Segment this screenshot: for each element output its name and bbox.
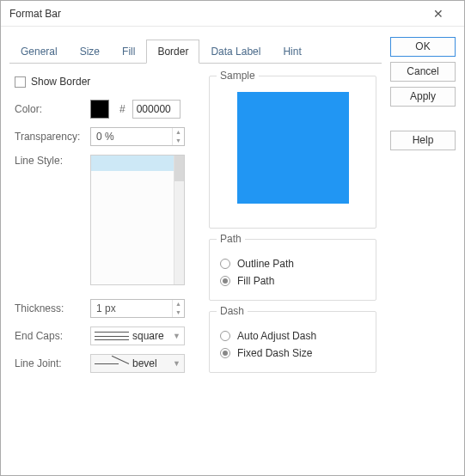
dash-fixed-label: Fixed Dash Size: [237, 347, 312, 359]
line-joint-label: Line Joint:: [15, 357, 85, 369]
radio-icon: [220, 331, 230, 341]
path-group: Path Outline Path Fill Path: [209, 239, 376, 301]
thickness-up-icon[interactable]: ▲: [173, 300, 184, 308]
sample-group: Sample: [209, 76, 376, 229]
end-caps-label: End Caps:: [15, 330, 85, 342]
color-swatch[interactable]: [90, 100, 109, 119]
apply-button[interactable]: Apply: [390, 87, 456, 107]
show-border-checkbox[interactable]: [15, 76, 26, 88]
end-caps-glyph-icon: [95, 332, 129, 340]
dash-legend: Dash: [217, 305, 248, 317]
line-joint-combo[interactable]: bevel ▼: [90, 354, 185, 373]
thickness-stepper[interactable]: ▲ ▼: [90, 299, 185, 318]
end-caps-combo[interactable]: square ▼: [90, 326, 185, 345]
hash-symbol: #: [119, 103, 125, 115]
line-joint-value: bevel: [132, 357, 157, 369]
line-style-item-selected[interactable]: [91, 156, 174, 171]
path-fill-option[interactable]: Fill Path: [218, 272, 367, 290]
show-border-label: Show Border: [31, 76, 90, 88]
chevron-down-icon: ▼: [173, 332, 180, 340]
tab-strip: General Size Fill Border Data Label Hint: [9, 39, 382, 64]
tab-size[interactable]: Size: [69, 40, 111, 64]
tab-border[interactable]: Border: [146, 40, 199, 64]
thickness-down-icon[interactable]: ▼: [173, 308, 184, 317]
window-title: Format Bar: [9, 8, 421, 20]
path-fill-label: Fill Path: [237, 275, 274, 287]
end-caps-value: square: [132, 330, 164, 342]
cancel-button[interactable]: Cancel: [390, 62, 456, 82]
transparency-label: Transparency:: [15, 131, 85, 143]
dash-group: Dash Auto Adjust Dash Fixed Dash Size: [209, 311, 376, 373]
line-style-list[interactable]: [90, 155, 185, 285]
color-label: Color:: [15, 103, 85, 115]
sample-legend: Sample: [217, 70, 259, 82]
line-joint-glyph-icon: [95, 358, 129, 369]
transparency-stepper[interactable]: ▲ ▼: [90, 127, 185, 146]
transparency-up-icon[interactable]: ▲: [173, 128, 184, 137]
path-outline-label: Outline Path: [237, 258, 294, 270]
sample-preview: [237, 92, 349, 204]
dash-fixed-option[interactable]: Fixed Dash Size: [218, 345, 367, 362]
tab-data-label[interactable]: Data Label: [199, 40, 272, 64]
close-icon[interactable]: ✕: [421, 7, 456, 21]
dash-auto-label: Auto Adjust Dash: [237, 330, 316, 342]
tab-hint[interactable]: Hint: [272, 40, 312, 64]
tab-fill[interactable]: Fill: [111, 40, 146, 64]
radio-icon: [220, 259, 230, 269]
path-legend: Path: [217, 233, 245, 245]
thickness-input[interactable]: [91, 300, 172, 317]
color-hex-input[interactable]: [132, 100, 180, 119]
line-style-scrollbar[interactable]: [174, 156, 184, 284]
dash-auto-option[interactable]: Auto Adjust Dash: [218, 327, 367, 345]
transparency-down-icon[interactable]: ▼: [173, 137, 184, 145]
radio-icon: [220, 348, 230, 358]
radio-icon: [220, 276, 230, 286]
ok-button[interactable]: OK: [390, 37, 456, 57]
tab-general[interactable]: General: [9, 40, 69, 64]
line-style-label: Line Style:: [15, 155, 85, 167]
scrollbar-thumb[interactable]: [174, 156, 184, 181]
path-outline-option[interactable]: Outline Path: [218, 255, 367, 272]
transparency-input[interactable]: [91, 128, 172, 145]
thickness-label: Thickness:: [15, 302, 85, 314]
help-button[interactable]: Help: [390, 131, 456, 150]
chevron-down-icon: ▼: [173, 359, 180, 368]
